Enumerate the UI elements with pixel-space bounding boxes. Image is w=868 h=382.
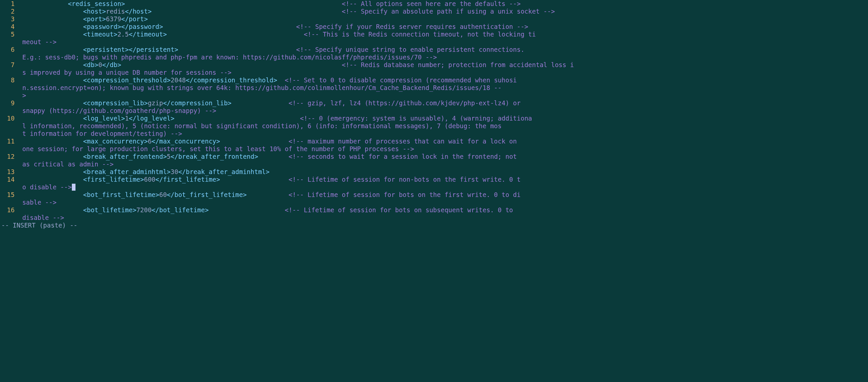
code-line-wrap[interactable]: E.g.: sess-db0; bugs with phpredis and p…	[1, 54, 868, 61]
line-number: 6	[1, 46, 14, 54]
code-line-wrap[interactable]: >	[1, 92, 868, 99]
code-line[interactable]: 15 <bot_first_lifetime>60</bot_first_lif…	[1, 191, 868, 199]
line-number: 13	[1, 168, 14, 176]
text-cursor	[72, 184, 75, 191]
code-line-wrap[interactable]: n.session.encrypt=on); known bug with st…	[1, 84, 868, 92]
code-line[interactable]: 5 <timeout>2.5</timeout> <!-- This is th…	[1, 31, 868, 38]
line-number: 1	[1, 0, 14, 8]
code-line[interactable]: 10 <log_level>1</log_level> <!-- 0 (emer…	[1, 114, 868, 122]
line-number: 8	[1, 76, 14, 84]
line-number: 10	[1, 114, 14, 122]
code-line[interactable]: 6 <persistent></persistent> <!-- Specify…	[1, 46, 868, 54]
code-line[interactable]: 1 <redis_session> <!-- All options seen …	[1, 0, 868, 8]
code-line-wrap[interactable]: one session; for large production cluste…	[1, 145, 868, 153]
line-number: 14	[1, 176, 14, 183]
code-line[interactable]: 14 <first_lifetime>600</first_lifetime> …	[1, 176, 868, 183]
line-number: 12	[1, 153, 14, 161]
code-line-wrap[interactable]: as critical as admin -->	[1, 161, 868, 168]
code-line[interactable]: 9 <compression_lib>gzip</compression_lib…	[1, 99, 868, 107]
line-number: 5	[1, 31, 14, 38]
code-line-wrap[interactable]: o disable -->	[1, 183, 868, 191]
code-line-wrap[interactable]: disable -->	[1, 214, 868, 221]
code-line[interactable]: 4 <password></password> <!-- Specify if …	[1, 23, 868, 31]
code-line[interactable]: 12 <break_after_frontend>5</break_after_…	[1, 153, 868, 161]
code-line[interactable]: 3 <port>6379</port>	[1, 15, 868, 23]
vim-status-line: -- INSERT (paste) --	[1, 221, 78, 229]
line-number: 16	[1, 206, 14, 214]
line-number: 2	[1, 8, 14, 15]
code-editor[interactable]: 1 <redis_session> <!-- All options seen …	[1, 0, 868, 221]
code-line[interactable]: 8 <compression_threshold>2048</compressi…	[1, 76, 868, 84]
line-number: 15	[1, 191, 14, 199]
code-line[interactable]: 7 <db>0</db> <!-- Redis database number;…	[1, 61, 868, 69]
line-number: 7	[1, 61, 14, 69]
code-line-wrap[interactable]: meout -->	[1, 38, 868, 46]
code-line-wrap[interactable]: l information, recommended), 5 (notice: …	[1, 122, 868, 130]
line-number: 3	[1, 15, 14, 23]
code-line[interactable]: 16 <bot_lifetime>7200</bot_lifetime> <!-…	[1, 206, 868, 214]
line-number: 11	[1, 138, 14, 145]
code-line[interactable]: 13 <break_after_adminhtml>30</break_afte…	[1, 168, 868, 176]
code-line-wrap[interactable]: sable -->	[1, 199, 868, 206]
code-line-wrap[interactable]: s improved by using a unique DB number f…	[1, 69, 868, 76]
line-number: 9	[1, 99, 14, 107]
code-line[interactable]: 2 <host>redis</host> <!-- Specify an abs…	[1, 8, 868, 15]
code-line-wrap[interactable]: t information for development/testing) -…	[1, 130, 868, 138]
code-line-wrap[interactable]: snappy (https://github.com/goatherd/php-…	[1, 107, 868, 114]
line-number: 4	[1, 23, 14, 31]
code-line[interactable]: 11 <max_concurrency>6</max_concurrency> …	[1, 138, 868, 145]
